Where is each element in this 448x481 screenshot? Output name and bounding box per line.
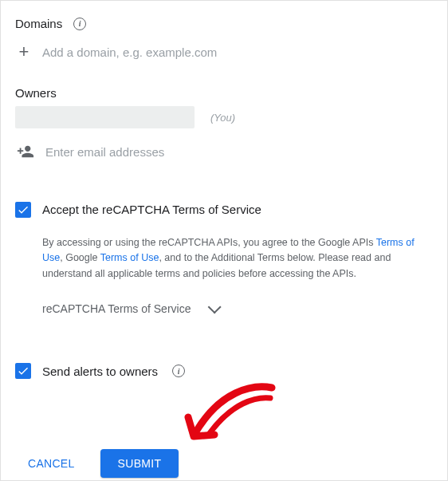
owner-chip: [15, 106, 195, 128]
tos-desc-lead: By accessing or using the reCAPTCHA APIs…: [42, 237, 376, 248]
info-icon[interactable]: i: [172, 365, 185, 377]
tos-expander[interactable]: reCAPTCHA Terms of Service: [42, 302, 436, 315]
plus-icon: +: [17, 45, 31, 59]
add-domain-input[interactable]: [42, 45, 441, 59]
info-icon[interactable]: i: [73, 18, 86, 30]
alerts-checkbox[interactable]: [15, 363, 31, 379]
chevron-down-icon: [208, 301, 222, 314]
cancel-button[interactable]: CANCEL: [22, 451, 81, 476]
owner-you-label: (You): [206, 112, 235, 124]
owner-row: (You): [7, 100, 441, 135]
submit-button[interactable]: SUBMIT: [100, 449, 179, 478]
owners-title: Owners: [15, 86, 57, 100]
action-buttons: CANCEL SUBMIT: [7, 449, 441, 478]
domains-title: Domains: [15, 17, 62, 30]
person-add-icon: [17, 143, 34, 160]
owner-email-input[interactable]: [45, 145, 441, 159]
add-domain-row[interactable]: +: [7, 34, 441, 70]
domains-heading-row: Domains i: [7, 17, 441, 30]
tos-expander-label: reCAPTCHA Terms of Service: [42, 302, 191, 315]
checkmark-icon: [17, 203, 29, 216]
tos-link-2[interactable]: Terms of Use: [100, 252, 159, 263]
alerts-row: Send alerts to owners i: [7, 358, 441, 384]
owners-heading-row: Owners: [7, 86, 441, 100]
checkmark-icon: [17, 365, 29, 377]
tos-description: By accessing or using the reCAPTCHA APIs…: [42, 235, 436, 282]
tos-desc-mid: , Google: [60, 252, 100, 263]
tos-checkbox[interactable]: [15, 202, 31, 218]
alerts-checkbox-label: Send alerts to owners: [42, 365, 158, 378]
tos-row: Accept the reCAPTCHA Terms of Service By…: [7, 197, 441, 320]
add-owner-row[interactable]: [7, 138, 441, 172]
tos-checkbox-label: Accept the reCAPTCHA Terms of Service: [42, 202, 436, 216]
